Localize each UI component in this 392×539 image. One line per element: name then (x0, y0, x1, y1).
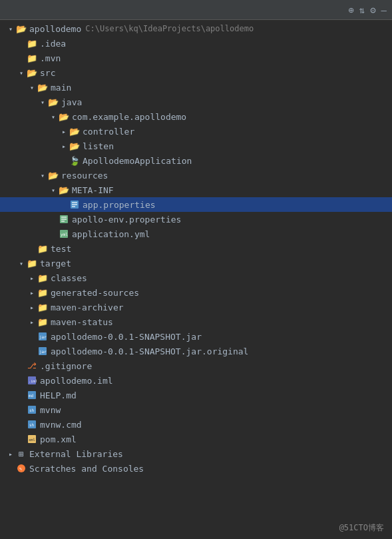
tree-item[interactable]: 📂 main (0, 80, 392, 95)
folder-open-icon: 📂 (59, 185, 69, 195)
tree-item[interactable]: 📁 target (0, 256, 392, 270)
file-tree: 📂 apollodemo C:\Users\kq\IdeaProjects\ap… (0, 20, 392, 539)
expand-arrow[interactable] (37, 170, 48, 181)
file-label: apollodemo-0.0.1-SNAPSHOT.jar (51, 332, 202, 342)
no-arrow (27, 346, 37, 356)
tree-item[interactable]: xml pom.xml (0, 432, 392, 446)
tree-item[interactable]: 📁 maven-status (0, 314, 392, 329)
folder-open-icon: 📂 (69, 141, 80, 151)
minimize-icon[interactable]: — (381, 5, 387, 15)
folder-orange-icon: 📁 (37, 272, 48, 283)
file-label: apollodemo-0.0.1-SNAPSHOT.jar.original (51, 346, 248, 356)
tree-item[interactable]: 📁 maven-archiver (0, 300, 392, 314)
spring-icon: 🍃 (69, 155, 80, 166)
svg-text:✎: ✎ (19, 466, 22, 472)
jar-icon: jar (37, 331, 48, 342)
tree-item[interactable]: sh mvnw (0, 402, 392, 417)
tree-item[interactable]: 📁 .idea (0, 36, 392, 51)
collapse-arrow[interactable] (27, 316, 37, 327)
file-label: External Libraries (29, 449, 123, 459)
collapse-arrow[interactable] (59, 126, 69, 137)
folder-orange-icon: 📁 (37, 287, 48, 298)
tree-item[interactable]: yml application.yml (0, 227, 392, 241)
collapse-arrow[interactable] (27, 272, 37, 283)
expand-arrow[interactable] (37, 97, 48, 107)
no-arrow (59, 155, 69, 166)
no-arrow (16, 419, 27, 430)
sort-icon[interactable]: ⇅ (359, 5, 365, 15)
tree-item[interactable]: jar apollodemo-0.0.1-SNAPSHOT.jar.origin… (0, 344, 392, 358)
expand-arrow[interactable] (48, 185, 59, 195)
project-panel: ⊕ ⇅ ⚙ — 📂 apollodemo C:\Users\kq\IdeaPro… (0, 0, 392, 539)
folder-open-icon: 📂 (37, 82, 48, 93)
no-arrow (59, 199, 69, 210)
file-label: resources (61, 171, 108, 181)
tree-item[interactable]: 📂 java (0, 95, 392, 109)
tree-item[interactable]: 📁 generated-sources (0, 285, 392, 300)
tree-item[interactable]: 📂 com.example.apollodemo (0, 109, 392, 124)
tree-item[interactable]: 📁 .mvn (0, 51, 392, 65)
tree-item[interactable]: ⊞ External Libraries (0, 446, 392, 461)
toolbar: ⊕ ⇅ ⚙ — (0, 0, 392, 20)
no-arrow (16, 390, 27, 400)
tree-item[interactable]: apollo-env.properties (0, 212, 392, 227)
tree-item[interactable]: 🍃 ApollodemoApplication (0, 153, 392, 168)
collapse-arrow[interactable] (27, 302, 37, 312)
no-arrow (16, 375, 27, 386)
collapse-arrow[interactable] (5, 448, 16, 459)
expand-arrow[interactable] (27, 82, 37, 93)
folder-open-icon: 📂 (48, 170, 59, 181)
tree-item[interactable]: 📂 src (0, 65, 392, 80)
collapse-arrow[interactable] (59, 141, 69, 151)
file-label: ApollodemoApplication (83, 156, 192, 166)
tree-item[interactable]: ✎ Scratches and Consoles (0, 461, 392, 476)
file-label: java (61, 97, 82, 107)
expand-arrow[interactable] (5, 23, 16, 34)
git-icon: ⎇ (27, 360, 37, 371)
external-lib-icon: ⊞ (16, 448, 27, 459)
file-label: com.example.apollodemo (72, 112, 186, 122)
tree-item[interactable]: 📁 classes (0, 270, 392, 285)
expand-arrow[interactable] (16, 67, 27, 78)
tree-item[interactable]: .iml apollodemo.iml (0, 373, 392, 388)
expand-arrow[interactable] (48, 111, 59, 122)
tree-item[interactable]: 📂 resources (0, 168, 392, 183)
folder-orange-icon: 📁 (37, 316, 48, 327)
tree-item[interactable]: 📁 test (0, 241, 392, 256)
no-arrow (16, 53, 27, 63)
expand-arrow[interactable] (16, 258, 27, 269)
file-label: target (40, 259, 71, 269)
folder-icon: 📁 (27, 38, 37, 49)
tree-item[interactable]: 📂 apollodemo C:\Users\kq\IdeaProjects\ap… (0, 21, 392, 36)
tree-item[interactable]: md HELP.md (0, 388, 392, 402)
settings-icon[interactable]: ⚙ (370, 5, 375, 15)
tree-item[interactable]: sh mvnw.cmd (0, 417, 392, 432)
tree-item[interactable]: 📂 listen (0, 139, 392, 153)
collapse-arrow[interactable] (27, 287, 37, 298)
tree-item[interactable]: ⎇ .gitignore (0, 358, 392, 373)
scratch-icon: ✎ (16, 463, 27, 474)
toolbar-icons: ⊕ ⇅ ⚙ — (348, 5, 387, 15)
md-icon: md (27, 390, 37, 400)
globe-icon[interactable]: ⊕ (348, 5, 353, 15)
file-label: .mvn (40, 53, 61, 63)
file-label: apollo-env.properties (72, 215, 181, 225)
tree-item[interactable]: jar apollodemo-0.0.1-SNAPSHOT.jar (0, 329, 392, 344)
svg-text:yml: yml (61, 232, 68, 237)
svg-text:md: md (29, 393, 34, 398)
file-label: main (51, 83, 71, 93)
tree-item[interactable]: app.properties (0, 197, 392, 212)
watermark: @51CTO博客 (339, 522, 384, 534)
file-label: test (51, 244, 71, 254)
file-label: mvnw (40, 405, 61, 415)
tree-item[interactable]: 📂 META-INF (0, 183, 392, 197)
file-label: .gitignore (40, 361, 92, 371)
sh-icon: sh (27, 419, 37, 430)
tree-item[interactable]: 📂 controller (0, 124, 392, 139)
svg-text:xml: xml (29, 438, 35, 442)
no-arrow (48, 229, 59, 239)
props-grid-icon (59, 214, 69, 225)
folder-open-icon: 📂 (69, 126, 80, 137)
folder-icon: 📁 (27, 53, 37, 63)
file-label: maven-archiver (51, 302, 124, 312)
